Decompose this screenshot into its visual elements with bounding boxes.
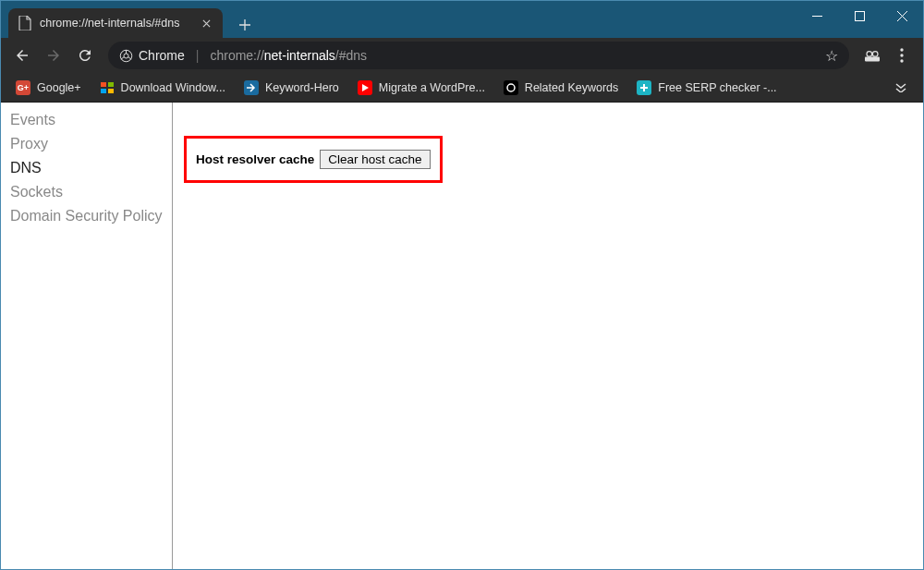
- separator: |: [196, 48, 200, 63]
- favicon-icon: [637, 80, 651, 95]
- bookmark-free-serp-checker[interactable]: Free SERP checker -...: [631, 78, 782, 98]
- bookmark-label: Related Keywords: [525, 81, 618, 94]
- forward-button[interactable]: [40, 42, 67, 69]
- svg-rect-11: [101, 89, 106, 93]
- tab-close-icon[interactable]: [199, 16, 213, 30]
- host-resolver-cache-label: Host resolver cache: [196, 152, 314, 166]
- favicon-icon: [358, 80, 372, 95]
- highlight-annotation: Host resolver cache Clear host cache: [184, 136, 443, 183]
- window-controls: [796, 1, 923, 30]
- extension-icon[interactable]: [858, 42, 886, 69]
- bookmark-star-icon[interactable]: ☆: [825, 47, 838, 65]
- bookmark-google-plus[interactable]: G+ Google+: [10, 78, 87, 98]
- clear-host-cache-button[interactable]: Clear host cache: [320, 150, 430, 169]
- svg-point-6: [900, 48, 903, 51]
- svg-rect-0: [855, 11, 864, 20]
- page-icon: [18, 16, 32, 30]
- favicon-icon: [504, 80, 518, 95]
- menu-icon[interactable]: [888, 42, 916, 69]
- sidebar-item-dns[interactable]: DNS: [10, 156, 172, 180]
- bookmark-label: Free SERP checker -...: [658, 81, 776, 94]
- favicon-icon: [100, 80, 115, 95]
- toolbar-actions: [858, 42, 916, 69]
- sidebar: Events Proxy DNS Sockets Domain Security…: [1, 103, 173, 569]
- window-titlebar: chrome://net-internals/#dns: [1, 1, 923, 38]
- browser-tab[interactable]: chrome://net-internals/#dns: [8, 8, 223, 38]
- svg-point-8: [900, 59, 903, 62]
- tab-title: chrome://net-internals/#dns: [40, 17, 179, 30]
- maximize-button[interactable]: [838, 1, 881, 30]
- bookmark-label: Download Window...: [121, 81, 225, 94]
- svg-point-2: [124, 54, 128, 58]
- bookmarks-overflow-icon[interactable]: [888, 76, 914, 100]
- chrome-icon: [119, 49, 133, 63]
- svg-point-13: [507, 84, 515, 91]
- tabs-area: chrome://net-internals/#dns: [1, 1, 258, 38]
- sidebar-item-proxy[interactable]: Proxy: [10, 132, 172, 156]
- browser-toolbar: Chrome | chrome://net-internals/#dns ☆: [1, 38, 923, 73]
- bookmark-label: Keyword-Hero: [265, 81, 339, 94]
- origin-label: Chrome: [139, 48, 185, 63]
- origin-chip: Chrome: [119, 48, 185, 63]
- svg-point-4: [867, 52, 872, 57]
- bookmark-download-windows[interactable]: Download Window...: [94, 78, 231, 98]
- bookmark-related-keywords[interactable]: Related Keywords: [498, 78, 624, 98]
- svg-point-7: [900, 54, 903, 56]
- address-bar[interactable]: Chrome | chrome://net-internals/#dns ☆: [108, 42, 849, 69]
- svg-rect-12: [108, 89, 114, 93]
- new-tab-button[interactable]: [232, 12, 258, 38]
- close-window-button[interactable]: [881, 1, 923, 30]
- svg-point-5: [872, 52, 878, 57]
- bookmark-migrate-wordpress[interactable]: Migrate a WordPre...: [352, 78, 491, 98]
- sidebar-item-events[interactable]: Events: [10, 108, 172, 132]
- minimize-button[interactable]: [796, 1, 838, 30]
- bookmark-keyword-hero[interactable]: Keyword-Hero: [238, 78, 345, 98]
- url-text: chrome://net-internals/#dns: [210, 48, 367, 63]
- svg-rect-9: [101, 82, 106, 87]
- bookmarks-bar: G+ Google+ Download Window... Keyword-He…: [1, 73, 923, 103]
- favicon-icon: [244, 80, 259, 95]
- favicon-icon: G+: [16, 80, 30, 95]
- bookmark-label: Google+: [37, 81, 81, 94]
- page-content: Events Proxy DNS Sockets Domain Security…: [1, 103, 923, 569]
- back-button[interactable]: [8, 42, 36, 69]
- reload-button[interactable]: [71, 42, 99, 69]
- svg-rect-10: [108, 82, 114, 87]
- sidebar-item-domain-security[interactable]: Domain Security Policy: [10, 204, 172, 228]
- main-panel: Host resolver cache Clear host cache: [173, 103, 923, 569]
- svg-rect-3: [865, 57, 880, 62]
- bookmark-label: Migrate a WordPre...: [379, 81, 485, 94]
- sidebar-item-sockets[interactable]: Sockets: [10, 180, 172, 204]
